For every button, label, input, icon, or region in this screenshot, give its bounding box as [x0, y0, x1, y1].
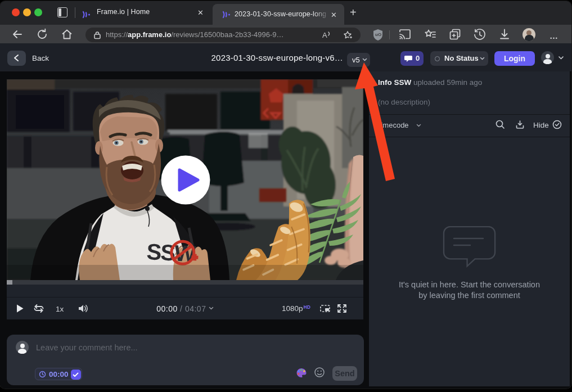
svg-text:A: A	[322, 31, 327, 39]
svg-text:uO: uO	[375, 32, 381, 37]
